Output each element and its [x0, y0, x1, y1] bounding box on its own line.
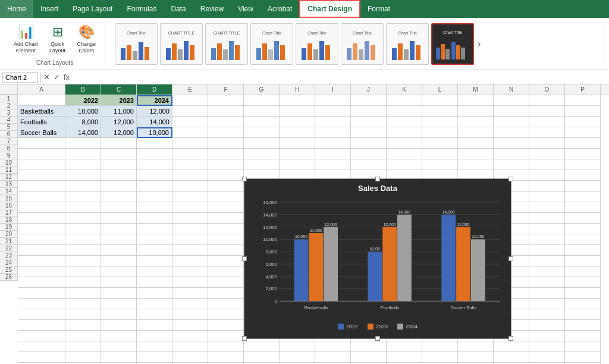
cell-I24[interactable]	[315, 341, 351, 352]
chart-style-4[interactable]: Chart Title	[250, 23, 293, 65]
cell-M7[interactable]	[458, 159, 494, 170]
chart-handle-tr[interactable]	[508, 177, 513, 181]
tab-acrobat[interactable]: Acrobat	[260, 0, 299, 18]
cell-E16[interactable]	[172, 256, 208, 266]
cell-N24[interactable]	[494, 341, 529, 352]
cell-M2[interactable]	[458, 106, 494, 117]
cell-C6[interactable]	[101, 149, 137, 159]
col-header-C[interactable]: C	[101, 84, 137, 95]
cell-B20[interactable]	[65, 299, 101, 309]
cell-J6[interactable]	[351, 149, 387, 159]
cell-C20[interactable]	[101, 299, 137, 309]
cell-O5[interactable]	[529, 138, 565, 149]
cell-K24[interactable]	[387, 341, 422, 352]
cell-F14[interactable]	[208, 234, 244, 245]
cell-K4[interactable]	[387, 127, 422, 138]
chart-style-6[interactable]: Chart Title	[341, 23, 384, 65]
cell-F3[interactable]	[208, 117, 244, 127]
cell-C19[interactable]	[101, 288, 137, 299]
col-header-B[interactable]: B	[65, 84, 101, 95]
cell-M4[interactable]	[458, 127, 494, 138]
chart-style-7[interactable]: Chart Title	[386, 23, 429, 65]
cell-J24[interactable]	[351, 341, 387, 352]
cell-C15[interactable]	[101, 245, 137, 256]
cell-D14[interactable]	[137, 234, 172, 245]
cell-C11[interactable]	[101, 202, 137, 213]
cell-A21[interactable]	[18, 309, 65, 320]
cell-B6[interactable]	[65, 149, 101, 159]
cell-E24[interactable]	[172, 341, 208, 352]
cell-C12[interactable]	[101, 213, 137, 224]
cell-O21[interactable]	[529, 309, 565, 320]
cell-A13[interactable]	[18, 224, 65, 234]
cell-M1[interactable]	[458, 95, 494, 106]
cell-G5[interactable]	[244, 138, 280, 149]
cell-C17[interactable]	[101, 266, 137, 277]
cancel-formula-icon[interactable]: ✕	[43, 73, 50, 81]
cell-O23[interactable]	[529, 331, 565, 341]
cell-D18[interactable]	[137, 277, 172, 288]
cell-B8[interactable]	[65, 170, 101, 181]
cell-E7[interactable]	[172, 159, 208, 170]
cell-M3[interactable]	[458, 117, 494, 127]
cell-E3[interactable]	[172, 117, 208, 127]
cell-I2[interactable]	[315, 106, 351, 117]
cell-C18[interactable]	[101, 277, 137, 288]
cell-H7[interactable]	[280, 159, 315, 170]
cell-P3[interactable]	[565, 117, 601, 127]
cell-B13[interactable]	[65, 224, 101, 234]
cell-K6[interactable]	[387, 149, 422, 159]
cell-P10[interactable]	[565, 192, 601, 202]
cell-D13[interactable]	[137, 224, 172, 234]
cell-E18[interactable]	[172, 277, 208, 288]
cell-A17[interactable]	[18, 266, 65, 277]
cell-D3[interactable]: 14,000	[137, 117, 172, 127]
cell-E6[interactable]	[172, 149, 208, 159]
cell-A22[interactable]	[18, 320, 65, 331]
cell-B18[interactable]	[65, 277, 101, 288]
cell-O15[interactable]	[529, 245, 565, 256]
cell-H24[interactable]	[280, 341, 315, 352]
confirm-formula-icon[interactable]: ✓	[54, 73, 60, 81]
cell-A3[interactable]: Footballs	[18, 117, 65, 127]
cell-E20[interactable]	[172, 299, 208, 309]
cell-B12[interactable]	[65, 213, 101, 224]
cell-A9[interactable]	[18, 181, 65, 192]
cell-I7[interactable]	[315, 159, 351, 170]
cell-B10[interactable]	[65, 192, 101, 202]
cell-H6[interactable]	[280, 149, 315, 159]
add-chart-element-button[interactable]: 📊 Add Chart Element	[10, 21, 42, 57]
cell-D24[interactable]	[137, 341, 172, 352]
cell-D8[interactable]	[137, 170, 172, 181]
cell-P7[interactable]	[565, 159, 601, 170]
cell-J7[interactable]	[351, 159, 387, 170]
col-header-G[interactable]: G	[244, 84, 280, 95]
cell-E14[interactable]	[172, 234, 208, 245]
cell-G6[interactable]	[244, 149, 280, 159]
cell-P11[interactable]	[565, 202, 601, 213]
cell-B19[interactable]	[65, 288, 101, 299]
cell-E2[interactable]	[172, 106, 208, 117]
cell-L5[interactable]	[422, 138, 458, 149]
cell-P6[interactable]	[565, 149, 601, 159]
cell-N4[interactable]	[494, 127, 529, 138]
cell-C16[interactable]	[101, 256, 137, 266]
cell-C23[interactable]	[101, 331, 137, 341]
col-header-N[interactable]: N	[494, 84, 529, 95]
cell-O18[interactable]	[529, 277, 565, 288]
cell-O11[interactable]	[529, 202, 565, 213]
cell-P22[interactable]	[565, 320, 601, 331]
cell-B2[interactable]: 10,000	[65, 106, 101, 117]
cell-I25[interactable]	[315, 352, 351, 363]
cell-D7[interactable]	[137, 159, 172, 170]
cell-F15[interactable]	[208, 245, 244, 256]
chart-style-8[interactable]: Chart Title	[431, 23, 474, 65]
chart-handle-tl[interactable]	[242, 177, 247, 181]
cell-N1[interactable]	[494, 95, 529, 106]
cell-A4[interactable]: Soccer Balls	[18, 127, 65, 138]
cell-D15[interactable]	[137, 245, 172, 256]
cell-F19[interactable]	[208, 288, 244, 299]
cell-L25[interactable]	[422, 352, 458, 363]
quick-layout-button[interactable]: ⊞ Quick Layout	[45, 21, 71, 57]
cell-A2[interactable]: Basketballs	[18, 106, 65, 117]
